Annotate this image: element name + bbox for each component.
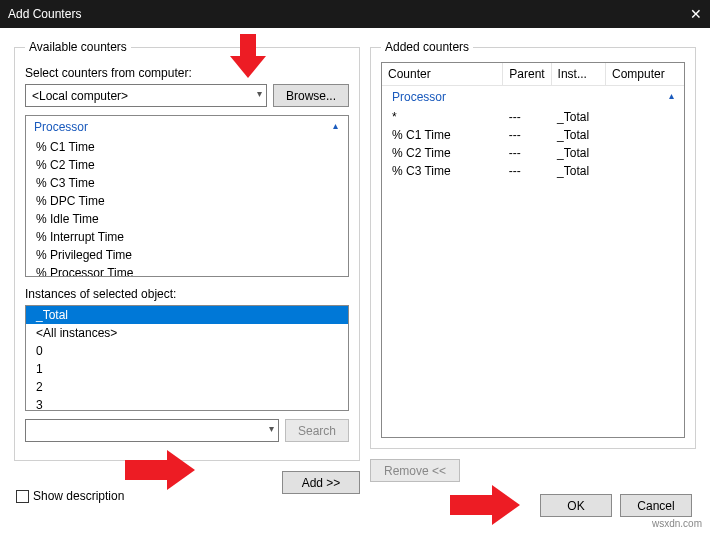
dialog-buttons: OK Cancel [540, 494, 692, 517]
chevron-down-icon: ▾ [269, 423, 274, 434]
instance-item[interactable]: _Total [26, 306, 348, 324]
added-table-header-row: Counter Parent Inst... Computer [382, 63, 684, 86]
added-counters-group: Added counters Counter Parent Inst... Co… [370, 40, 696, 449]
close-icon[interactable]: ✕ [690, 6, 702, 22]
computer-combo[interactable]: <Local computer> ▾ [25, 84, 267, 107]
counter-item[interactable]: % C1 Time [26, 138, 348, 156]
instances-listbox[interactable]: _Total<All instances>012345 [25, 305, 349, 411]
ok-button[interactable]: OK [540, 494, 612, 517]
browse-button[interactable]: Browse... [273, 84, 349, 107]
instance-item[interactable]: 2 [26, 378, 348, 396]
annotation-arrow-icon [125, 450, 197, 490]
col-parent[interactable]: Parent [503, 63, 551, 86]
counter-item[interactable]: % Privileged Time [26, 246, 348, 264]
col-computer[interactable]: Computer [605, 63, 684, 86]
added-group-row[interactable]: Processor▴ [382, 86, 684, 109]
instance-item[interactable]: 0 [26, 342, 348, 360]
titlebar: Add Counters ✕ [0, 0, 710, 28]
table-row[interactable]: % C1 Time---_Total [382, 126, 684, 144]
counter-item[interactable]: % DPC Time [26, 192, 348, 210]
watermark: wsxdn.com [652, 518, 702, 529]
instance-item[interactable]: 3 [26, 396, 348, 411]
show-description-checkbox[interactable]: Show description [16, 489, 124, 503]
added-legend: Added counters [381, 40, 473, 54]
cancel-button[interactable]: Cancel [620, 494, 692, 517]
col-counter[interactable]: Counter [382, 63, 503, 86]
annotation-arrow-icon [230, 34, 266, 78]
counter-item[interactable]: % C3 Time [26, 174, 348, 192]
counter-item[interactable]: % Interrupt Time [26, 228, 348, 246]
counter-item[interactable]: % Idle Time [26, 210, 348, 228]
instance-item[interactable]: 1 [26, 360, 348, 378]
add-button[interactable]: Add >> [282, 471, 360, 494]
instance-filter-combo[interactable]: ▾ [25, 419, 279, 442]
chevron-up-icon: ▴ [669, 90, 674, 101]
select-computer-label: Select counters from computer: [25, 66, 349, 80]
counters-listbox[interactable]: Processor ▴ % C1 Time% C2 Time% C3 Time%… [25, 115, 349, 277]
computer-combo-value: <Local computer> [32, 89, 128, 103]
table-row[interactable]: % C3 Time---_Total [382, 162, 684, 180]
counter-item[interactable]: % Processor Time [26, 264, 348, 277]
table-row[interactable]: % C2 Time---_Total [382, 144, 684, 162]
available-counters-group: Available counters Select counters from … [14, 40, 360, 461]
available-legend: Available counters [25, 40, 131, 54]
added-table: Counter Parent Inst... Computer Processo… [382, 63, 684, 180]
chevron-down-icon: ▾ [257, 88, 262, 99]
instance-item[interactable]: <All instances> [26, 324, 348, 342]
chevron-up-icon: ▴ [333, 120, 338, 134]
window-title: Add Counters [8, 7, 81, 21]
table-row[interactable]: *---_Total [382, 108, 684, 126]
show-description-label: Show description [33, 489, 124, 503]
dialog-body: Available counters Select counters from … [0, 28, 710, 494]
added-table-wrap[interactable]: Counter Parent Inst... Computer Processo… [381, 62, 685, 438]
remove-button[interactable]: Remove << [370, 459, 460, 482]
annotation-arrow-icon [450, 485, 522, 525]
search-button[interactable]: Search [285, 419, 349, 442]
instances-label: Instances of selected object: [25, 287, 349, 301]
counter-item[interactable]: % C2 Time [26, 156, 348, 174]
counter-group-header[interactable]: Processor ▴ [26, 116, 348, 138]
col-inst[interactable]: Inst... [551, 63, 605, 86]
checkbox-icon [16, 490, 29, 503]
